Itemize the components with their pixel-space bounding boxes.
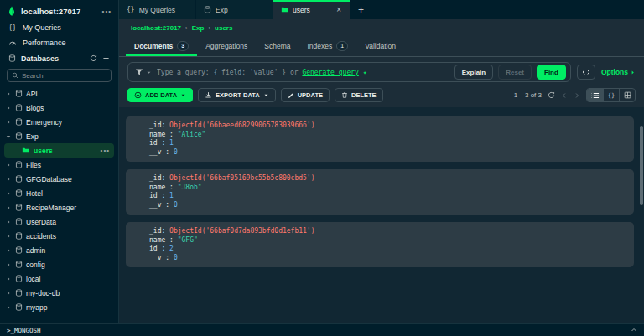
new-tab-button[interactable]: + <box>351 0 371 19</box>
sidebar-item-performance[interactable]: Performance <box>0 35 118 50</box>
document-field: id : 1 <box>149 192 626 201</box>
explain-button[interactable]: Explain <box>454 65 493 80</box>
collection-header-area: localhost:27017 › Exp › users Documents … <box>119 19 644 107</box>
database-item-admin[interactable]: admin <box>0 243 118 257</box>
document-field: _id: ObjectId('66baf0d7da893bfd0d1efb11'… <box>149 227 626 236</box>
gauge-icon <box>8 39 17 47</box>
prev-page-icon[interactable] <box>561 92 568 99</box>
refresh-documents-icon[interactable] <box>548 91 555 99</box>
query-options-toggle[interactable]: Options <box>601 68 636 76</box>
mongosh-bar[interactable]: >_MONGOSH <box>0 323 644 336</box>
database-icon <box>204 6 211 13</box>
databases-header[interactable]: Databases <box>0 50 118 66</box>
caret-right-icon <box>5 90 12 97</box>
breadcrumb-database[interactable]: Exp <box>192 24 205 32</box>
tab-exp[interactable]: Exp <box>196 0 273 19</box>
database-item-Blogs[interactable]: Blogs <box>0 101 118 115</box>
database-item-Files[interactable]: Files <box>0 158 118 172</box>
document-card[interactable]: _id: ObjectId('66baf0d7da893bfd0d1efb11'… <box>126 222 634 267</box>
database-item-API[interactable]: API <box>0 86 118 101</box>
document-field: __v : 0 <box>149 254 626 263</box>
tab-my-queries[interactable]: {} My Queries <box>119 0 196 19</box>
table-view-button[interactable] <box>619 89 635 101</box>
document-field: _id: ObjectId('66baf05169bc55b5c800cbd5'… <box>149 174 626 184</box>
caret-right-icon <box>5 261 12 268</box>
caret-right-icon <box>5 204 12 211</box>
database-list: APIBlogsEmergencyExpusers•••FilesGFGData… <box>0 86 118 323</box>
database-item-my-doc-db[interactable]: my-doc-db <box>0 286 118 300</box>
tab-aggregations[interactable]: Aggregations <box>197 36 256 56</box>
database-item-GFGDatabase[interactable]: GFGDatabase <box>0 172 118 186</box>
database-item-RecipeManager[interactable]: RecipeManager <box>0 200 118 215</box>
collection-subtabs: Documents 3 Aggregations Schema Indexes … <box>119 36 644 57</box>
database-item-UserData[interactable]: UserData <box>0 215 118 229</box>
connection-header: localhost:27017 ••• <box>0 0 118 20</box>
database-item-Exp[interactable]: Exp <box>0 129 118 143</box>
list-view-button[interactable] <box>587 89 603 101</box>
search-icon <box>12 72 18 79</box>
database-item-accidents[interactable]: accidents <box>0 229 118 243</box>
create-database-icon[interactable] <box>102 54 110 62</box>
tab-documents[interactable]: Documents 3 <box>126 36 197 56</box>
caret-down-icon <box>146 70 152 75</box>
code-icon <box>582 69 590 75</box>
plus-circle-icon <box>134 91 142 99</box>
database-item-config[interactable]: config <box>0 257 118 271</box>
query-code-toggle-button[interactable] <box>577 65 595 80</box>
database-icon <box>15 246 23 254</box>
pagination: 1 – 3 of 3 {} <box>514 88 636 102</box>
connection-menu-icon[interactable]: ••• <box>102 8 112 15</box>
filter-icon <box>135 68 143 76</box>
mongosh-label: >_MONGOSH <box>7 327 41 334</box>
sidebar-item-my-queries[interactable]: {} My Queries <box>0 20 118 35</box>
tab-schema[interactable]: Schema <box>256 36 299 56</box>
caret-right-icon <box>5 162 12 168</box>
breadcrumb-host[interactable]: localhost:27017 <box>131 24 181 32</box>
breadcrumb-collection[interactable]: users <box>215 24 232 32</box>
query-input[interactable]: Type a query: { field: 'value' } or Gene… <box>157 69 449 76</box>
search-input[interactable] <box>22 72 106 80</box>
document-field: __v : 0 <box>149 201 626 210</box>
sparkle-icon: ✦ <box>359 69 367 76</box>
export-icon <box>205 91 212 99</box>
add-data-button[interactable]: ADD DATA <box>127 88 193 102</box>
scrollbar-thumb[interactable] <box>640 126 643 205</box>
document-field: name : "Alice" <box>149 131 626 140</box>
refresh-databases-icon[interactable] <box>90 54 97 62</box>
next-page-icon[interactable] <box>574 92 580 99</box>
chevron-up-icon[interactable] <box>631 327 637 333</box>
close-icon[interactable]: × <box>335 6 342 14</box>
update-button[interactable]: UPDATE <box>281 88 330 102</box>
reset-button[interactable]: Reset <box>498 65 532 80</box>
database-icon <box>15 132 23 140</box>
delete-button[interactable]: DELETE <box>335 88 383 102</box>
export-data-button[interactable]: EXPORT DATA <box>198 88 276 102</box>
document-card[interactable]: _id: ObjectId('66baf05169bc55b5c800cbd5'… <box>126 169 634 215</box>
database-icon <box>15 189 23 197</box>
database-icon <box>15 275 23 282</box>
find-button[interactable]: Find <box>537 65 566 80</box>
braces-icon: {} <box>8 24 17 32</box>
caret-right-icon <box>5 233 12 240</box>
generate-query-link[interactable]: Generate query <box>302 69 358 76</box>
tab-validation[interactable]: Validation <box>356 36 404 56</box>
collection-menu-icon[interactable]: ••• <box>101 147 110 154</box>
database-item-Hotel[interactable]: Hotel <box>0 186 118 200</box>
caret-right-icon <box>5 290 12 297</box>
sidebar-item-label: My Queries <box>23 23 61 32</box>
tab-users[interactable]: users × <box>273 0 351 19</box>
database-item-Emergency[interactable]: Emergency <box>0 115 118 129</box>
document-card[interactable]: _id: ObjectId('66baeed68299065783039666'… <box>126 116 634 162</box>
filter-options-toggle[interactable] <box>135 68 152 76</box>
collection-item-users[interactable]: users••• <box>4 143 114 158</box>
database-item-myapp[interactable]: myapp <box>0 300 118 314</box>
caret-right-icon <box>5 276 12 282</box>
database-item-local[interactable]: local <box>0 271 118 286</box>
main-area: {} My Queries Exp users × + localhost:27… <box>119 0 644 323</box>
document-field: name : "GFG" <box>149 236 626 246</box>
database-icon <box>15 261 23 268</box>
document-field: name : "J8ob" <box>149 184 626 193</box>
database-icon <box>15 90 23 97</box>
tab-indexes[interactable]: Indexes 1 <box>299 36 356 56</box>
json-view-button[interactable]: {} <box>603 89 619 101</box>
